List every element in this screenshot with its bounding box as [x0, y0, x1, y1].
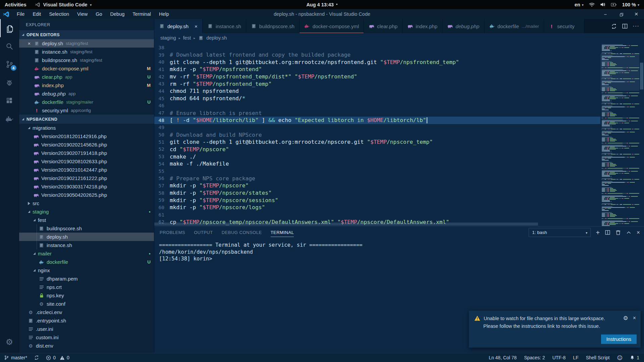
tab-clear-php[interactable]: clear.php: [364, 19, 402, 33]
code-line-41[interactable]: 41mkdir -p "$TEMP/npsfrontend": [154, 66, 600, 73]
minimap[interactable]: [600, 43, 639, 226]
code-line-46[interactable]: 46: [154, 102, 600, 110]
tree-item-fest[interactable]: fest: [19, 216, 154, 224]
code-line-59[interactable]: 59mkdir -p "$TEMP/npscore/sessions": [154, 196, 600, 204]
close-tab-icon[interactable]: ×: [195, 23, 198, 29]
code-line-43[interactable]: 43rm -rf "$TEMP/npsfrontend_temp": [154, 80, 600, 87]
tree-item--user-ini[interactable]: .user.ini: [19, 325, 154, 333]
tab-debug-php[interactable]: debug.php: [442, 19, 484, 33]
code-line-60[interactable]: 60mkdir -p "$TEMP/npscore/logs": [154, 204, 600, 211]
close-editor-icon[interactable]: ×: [26, 41, 32, 46]
activity-debug[interactable]: [0, 73, 19, 92]
tree-item-dockerfile[interactable]: dockerfileU: [19, 258, 154, 266]
split-editor-icon[interactable]: [622, 23, 628, 29]
close-button[interactable]: ×: [629, 9, 644, 19]
minimize-button[interactable]: −: [598, 9, 613, 19]
code-line-58[interactable]: 58mkdir -p "$TEMP/npscore/states": [154, 189, 600, 197]
menu-edit[interactable]: Edit: [29, 9, 45, 19]
code-line-50[interactable]: 50# Download and build NPScore: [154, 131, 600, 138]
code-line-48[interactable]: 48[ ! -d "$HOME/libtorch/lib" ] && echo …: [154, 117, 600, 124]
tab-deploy-sh[interactable]: deploy.sh×: [154, 19, 203, 33]
breadcrumb-item[interactable]: fest: [183, 35, 191, 41]
tree-item--circleci-env[interactable]: ⚙.circleci.env: [19, 308, 154, 316]
activity-settings[interactable]: ⚙: [0, 333, 19, 351]
tab-dockerfile[interactable]: dockerfile.../mailer: [484, 19, 544, 33]
open-editor-item-index-php[interactable]: index.phpM: [19, 81, 154, 89]
panel-tab-debug-console[interactable]: DEBUG CONSOLE: [222, 227, 262, 238]
open-editor-item-deploy-sh[interactable]: ×deploy.shstaging/fest: [19, 39, 154, 48]
tree-item-version20190303174218-php[interactable]: Version20190303174218.php: [19, 182, 154, 191]
language-mode[interactable]: Shell Script: [586, 355, 610, 360]
tree-item-version20181201142916-php[interactable]: Version20181201142916.php: [19, 132, 154, 140]
open-editors-header[interactable]: OPEN EDITORS: [19, 30, 154, 39]
code-line-40[interactable]: 40git clone --depth 1 git@bitbucket.org:…: [154, 58, 600, 66]
notifications-bell[interactable]: 1: [630, 355, 639, 360]
problems-status[interactable]: 0 0: [46, 355, 69, 360]
close-panel-icon[interactable]: ×: [637, 229, 640, 236]
notification-close-icon[interactable]: ×: [633, 315, 636, 321]
cursor-position[interactable]: Ln 48, Col 78: [489, 355, 517, 360]
code-line-47[interactable]: 47# Ensure libtorch is present: [154, 109, 600, 117]
tree-item--entrypoint-sh[interactable]: .entrypoint.sh: [19, 316, 154, 325]
activity-explorer[interactable]: [0, 19, 19, 37]
tab-index-php[interactable]: index.php: [402, 19, 442, 33]
code-line-52[interactable]: 52cd "$TEMP/npscore": [154, 146, 600, 153]
tree-item-dhparam-pem[interactable]: dhparam.pem: [19, 275, 154, 283]
tab-instance-sh[interactable]: instance.sh: [203, 19, 246, 33]
tree-item-nginx[interactable]: nginx: [19, 266, 154, 275]
eol-sequence[interactable]: LF: [573, 355, 578, 360]
tree-item-version20190207191418-php[interactable]: Version20190207191418.php: [19, 149, 154, 157]
code-line-57[interactable]: 57mkdir -p "$TEMP/npscore": [154, 182, 600, 189]
code-line-61[interactable]: 61: [154, 211, 600, 219]
git-branch-status[interactable]: master*: [4, 355, 27, 360]
activities-button[interactable]: Activities: [5, 2, 26, 7]
tree-item-version20190212161222-php[interactable]: Version20190212161222.php: [19, 174, 154, 182]
tree-item-version20190208102633-php[interactable]: Version20190208102633.php: [19, 157, 154, 166]
feedback-smiley-icon[interactable]: ☺: [617, 355, 623, 361]
code-line-51[interactable]: 51git clone --depth 1 git@bitbucket.org:…: [154, 138, 600, 146]
gnome-clock[interactable]: Aug 4 13:43 ●: [306, 2, 337, 7]
restore-button[interactable]: [613, 9, 629, 19]
tree-item-nps-crt[interactable]: nps.crt: [19, 283, 154, 291]
menu-help[interactable]: Help: [155, 9, 173, 19]
breadcrumb-item[interactable]: staging: [160, 35, 176, 41]
encoding[interactable]: UTF-8: [552, 355, 566, 360]
open-editor-item-dockerfile[interactable]: dockerfilestaging/mailerU: [19, 98, 154, 106]
tree-item-staging[interactable]: staging●: [19, 207, 154, 216]
gnome-system-tray[interactable]: en ▾ 100 % ▾: [575, 2, 644, 7]
menu-go[interactable]: Go: [92, 9, 106, 19]
code-line-49[interactable]: 49: [154, 124, 600, 131]
open-editor-item-buildnpscore-sh[interactable]: buildnpscore.shstaging/fest: [19, 56, 154, 64]
tree-item-dist-env[interactable]: ⚙dist.env: [19, 342, 154, 350]
terminal-shell-select[interactable]: 1: bash ▾: [529, 228, 591, 237]
tree-item-deploy-sh[interactable]: deploy.sh: [19, 233, 154, 241]
menu-file[interactable]: File: [13, 9, 29, 19]
activity-docker[interactable]: [0, 110, 19, 128]
menu-selection[interactable]: Selection: [45, 9, 73, 19]
open-editor-item-security-yml[interactable]: !security.ymlapp/config: [19, 106, 154, 115]
indentation[interactable]: Spaces: 2: [524, 355, 545, 360]
open-editor-item-debug-php[interactable]: debug.phpapp: [19, 89, 154, 98]
notification-settings-icon[interactable]: ⚙: [623, 315, 628, 321]
activity-source-control[interactable]: 4: [0, 55, 19, 73]
keyboard-layout-indicator[interactable]: en ▾: [575, 2, 584, 7]
code-line-42[interactable]: 42mv -rf "$TEMP/npsfrontend_temp/dist*" …: [154, 73, 600, 80]
tree-item-version20190202145626-php[interactable]: Version20190202145626.php: [19, 140, 154, 149]
tree-item-version20190210142447-php[interactable]: Version20190210142447.php: [19, 166, 154, 174]
more-actions-icon[interactable]: ···: [633, 23, 639, 29]
tree-item-version20190504202625-php[interactable]: Version20190504202625.php: [19, 191, 154, 199]
workspace-header[interactable]: NPSBACKEND: [19, 115, 154, 124]
menu-terminal[interactable]: Terminal: [128, 9, 155, 19]
open-editor-item-clear-php[interactable]: clear.phpappU: [19, 73, 154, 81]
tree-item-buildnpscore-sh[interactable]: buildnpscore.sh: [19, 224, 154, 233]
tab-security[interactable]: !security: [544, 19, 584, 33]
code-line-56[interactable]: 56# Prepare NPS core package: [154, 175, 600, 182]
tree-item-site-conf[interactable]: ⚙site.conf: [19, 300, 154, 308]
tree-item-custom-ini[interactable]: custom.ini: [19, 333, 154, 342]
open-editor-item-docker-compose-yml[interactable]: docker-compose.ymlM: [19, 64, 154, 73]
kill-terminal-icon[interactable]: [615, 230, 621, 235]
tree-item-migrations[interactable]: migrations: [19, 124, 154, 132]
gnome-app-menu[interactable]: Visual Studio Code ▾: [35, 2, 92, 7]
panel-tab-output[interactable]: OUTPUT: [194, 227, 213, 238]
vertical-scrollbar[interactable]: [639, 43, 644, 226]
